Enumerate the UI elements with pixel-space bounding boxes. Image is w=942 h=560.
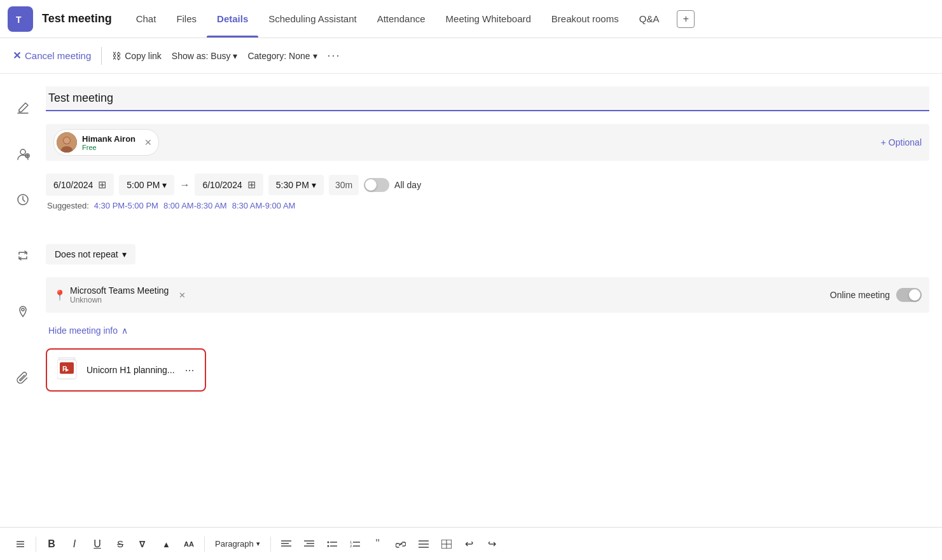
suggestions-label: Suggested: <box>47 201 89 210</box>
attachment-more-button[interactable]: ··· <box>185 364 195 377</box>
underline-button[interactable]: U <box>87 534 107 554</box>
powerpoint-icon: P ▶ <box>57 357 80 383</box>
undo-button[interactable]: ↩ <box>459 534 480 554</box>
location-row: 📍 Microsoft Teams Meeting Unknown ✕ Onli… <box>46 277 929 313</box>
top-nav: T Test meeting Chat Files Details Schedu… <box>0 0 942 38</box>
tab-chat[interactable]: Chat <box>126 0 167 38</box>
calendar-icon: ⊞ <box>247 179 256 191</box>
chevron-down-icon: ▾ <box>233 51 237 61</box>
svg-text:T: T <box>16 15 22 25</box>
highlight-button[interactable]: ▲ <box>156 534 176 554</box>
avatar <box>57 132 77 153</box>
tab-qa[interactable]: Q&A <box>629 0 670 38</box>
tab-scheduling[interactable]: Scheduling Assistant <box>258 0 366 38</box>
location-icon <box>9 297 37 325</box>
tab-whiteboard[interactable]: Meeting Whiteboard <box>436 0 541 38</box>
bullet-list-button[interactable] <box>322 534 342 554</box>
svg-point-30 <box>327 545 329 547</box>
repeat-icon <box>9 242 37 270</box>
strikethrough-button[interactable]: S <box>110 534 130 554</box>
app-icon: T <box>8 6 33 32</box>
numbered-list-button[interactable]: 1.2. <box>345 534 365 554</box>
cancel-meeting-button[interactable]: ✕ Cancel meeting <box>13 50 91 62</box>
tab-files[interactable]: Files <box>166 0 207 38</box>
paragraph-select[interactable]: Paragraph ▾ <box>210 536 265 551</box>
attachment-card[interactable]: P ▶ Unicorn H1 planning... ··· <box>46 348 206 392</box>
calendar-icon: ⊞ <box>98 179 106 191</box>
add-tab-button[interactable]: + <box>677 10 695 28</box>
start-time-value: 5:00 PM <box>127 180 160 190</box>
repeat-row: Does not repeat ▾ <box>46 244 929 264</box>
bold-button[interactable]: B <box>41 534 62 554</box>
remove-attendee-button[interactable]: ✕ <box>144 137 152 147</box>
start-date-picker[interactable]: 6/10/2024 ⊞ <box>46 174 114 196</box>
svg-point-2 <box>20 149 25 154</box>
list-icon-button[interactable] <box>10 534 31 554</box>
remove-location-button[interactable]: ✕ <box>179 290 186 300</box>
link-button[interactable] <box>391 534 411 554</box>
datetime-row: 6/10/2024 ⊞ 5:00 PM ▾ → 6/10/2024 ⊞ 5:30… <box>46 174 929 196</box>
repeat-label: Does not repeat <box>55 249 118 259</box>
attachment-filename: Unicorn H1 planning... <box>87 365 175 375</box>
hide-info-button[interactable]: Hide meeting info ∧ <box>46 325 929 336</box>
main-content: Himank Airon Free ✕ + Optional 6/10/2024… <box>0 74 942 430</box>
repeat-dropdown[interactable]: Does not repeat ▾ <box>46 244 135 264</box>
title-input[interactable] <box>46 86 929 111</box>
attendees-row: Himank Airon Free ✕ + Optional <box>46 124 929 161</box>
start-time-picker[interactable]: 5:00 PM ▾ <box>119 175 174 195</box>
tab-breakout[interactable]: Breakout rooms <box>541 0 629 38</box>
table-button[interactable] <box>436 534 457 554</box>
chevron-down-icon: ▾ <box>122 249 127 259</box>
end-date-picker[interactable]: 6/10/2024 ⊞ <box>195 174 263 196</box>
arrow-icon: → <box>179 179 190 191</box>
toolbar-divider <box>36 536 36 552</box>
allday-toggle[interactable] <box>364 178 389 192</box>
nav-tabs: Chat Files Details Scheduling Assistant … <box>126 0 670 38</box>
chevron-up-icon: ∧ <box>121 325 128 336</box>
location-chip: 📍 Microsoft Teams Meeting Unknown ✕ <box>53 285 186 304</box>
online-meeting-label: Online meeting <box>830 290 890 300</box>
allday-row: All day <box>364 178 421 192</box>
svg-point-11 <box>64 137 70 144</box>
category-dropdown[interactable]: Category: None ▾ <box>247 51 317 61</box>
duration-badge: 30m <box>329 175 359 195</box>
tab-details[interactable]: Details <box>207 0 258 38</box>
redo-button[interactable]: ↪ <box>482 534 502 554</box>
suggestion-3[interactable]: 8:30 AM-9:00 AM <box>232 201 296 210</box>
chevron-down-icon: ▾ <box>256 540 260 548</box>
bottom-toolbar: B I U S ∇ ▲ AA Paragraph ▾ 1.2. " ↩ ↪ <box>0 527 942 560</box>
end-time-picker[interactable]: 5:30 PM ▾ <box>268 175 324 195</box>
form-area: Himank Airon Free ✕ + Optional 6/10/2024… <box>46 86 942 392</box>
italic-button[interactable]: I <box>64 534 85 554</box>
suggestion-2[interactable]: 8:00 AM-8:30 AM <box>163 201 227 210</box>
attendee-chip: Himank Airon Free ✕ <box>53 129 159 156</box>
suggestion-1[interactable]: 4:30 PM-5:00 PM <box>94 201 158 210</box>
allday-label: All day <box>394 180 421 190</box>
align-justify-button[interactable] <box>413 534 434 554</box>
hide-info-label: Hide meeting info <box>48 325 118 336</box>
more-options-button[interactable]: ··· <box>328 49 341 62</box>
start-date-value: 6/10/2024 <box>53 180 93 190</box>
online-meeting-switch[interactable] <box>896 288 922 302</box>
online-meeting-toggle-row: Online meeting <box>830 288 922 302</box>
location-text: Microsoft Teams Meeting Unknown <box>70 285 169 304</box>
svg-point-28 <box>327 541 329 543</box>
attachment-row: P ▶ Unicorn H1 planning... ··· <box>46 348 929 392</box>
tab-attendance[interactable]: Attendance <box>367 0 436 38</box>
quote-button[interactable]: " <box>368 534 388 554</box>
attendee-info: Himank Airon Free <box>82 134 135 151</box>
svg-text:▲: ▲ <box>162 540 170 549</box>
toolbar: ✕ Cancel meeting ⛓ Copy link Show as: Bu… <box>0 38 942 74</box>
indent-button[interactable] <box>299 534 319 554</box>
title-input-wrap <box>46 86 929 111</box>
app-title: Test meeting <box>42 12 112 25</box>
font-color-button[interactable]: ∇ <box>133 534 153 554</box>
copy-link-button[interactable]: ⛓ Copy link <box>112 51 162 61</box>
end-date-value: 6/10/2024 <box>202 180 242 190</box>
optional-button[interactable]: + Optional <box>881 137 922 147</box>
suggestions-row: Suggested: 4:30 PM-5:00 PM 8:00 AM-8:30 … <box>46 201 929 210</box>
toolbar-divider <box>270 536 271 552</box>
font-size-button[interactable]: AA <box>179 534 199 554</box>
align-left-button[interactable] <box>276 534 296 554</box>
show-as-dropdown[interactable]: Show as: Busy ▾ <box>172 51 238 61</box>
